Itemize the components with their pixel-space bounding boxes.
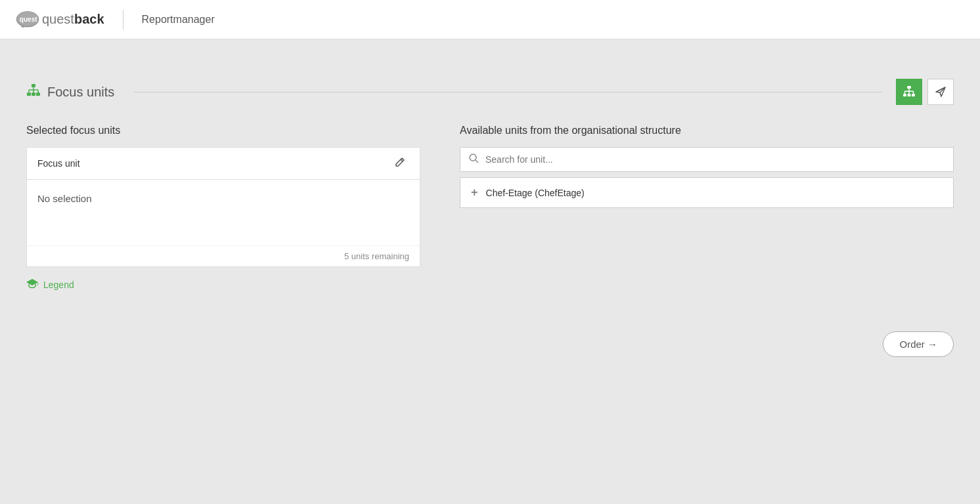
svg-rect-4 (27, 93, 31, 96)
selected-panel-body: No selection (27, 180, 420, 245)
legend-label: Legend (43, 280, 74, 290)
header-divider (123, 10, 123, 30)
svg-rect-12 (907, 86, 911, 89)
svg-rect-14 (908, 94, 911, 96)
legend-link[interactable]: Legend (26, 278, 420, 292)
svg-rect-13 (903, 94, 906, 96)
org-chart-button[interactable] (896, 79, 922, 105)
no-selection-text: No selection (37, 193, 92, 204)
questback-logo: quest questback (16, 10, 104, 29)
svg-rect-6 (36, 93, 40, 96)
selected-panel: Focus unit No selection 5 units remainin… (26, 147, 420, 267)
org-chart-btn-icon (902, 85, 916, 98)
order-btn-wrapper: Order → (26, 331, 954, 357)
logo-text: questback (42, 12, 104, 27)
search-box (460, 147, 954, 172)
svg-line-22 (401, 159, 403, 161)
svg-marker-23 (26, 279, 38, 285)
add-unit-button[interactable]: + (471, 186, 478, 200)
logo-container: quest questback Reportmanager (16, 10, 215, 30)
send-icon (935, 86, 947, 98)
order-label: Order → (899, 339, 937, 350)
app-header: quest questback Reportmanager (0, 0, 980, 39)
graduation-cap-icon (26, 278, 38, 289)
section-header: Focus units (26, 79, 954, 105)
svg-rect-15 (912, 94, 915, 96)
svg-rect-5 (32, 93, 35, 96)
right-col-title: Available units from the organisational … (460, 125, 954, 136)
main-content: Focus units (0, 39, 980, 383)
search-input[interactable] (485, 154, 945, 165)
two-col-layout: Selected focus units Focus unit No selec… (26, 125, 954, 292)
section-title-wrapper: Focus units (26, 83, 896, 101)
section-actions (896, 79, 954, 105)
section-line (134, 92, 883, 93)
svg-line-26 (476, 160, 478, 163)
svg-point-25 (470, 154, 476, 161)
column-header-label: Focus unit (37, 158, 80, 169)
selected-panel-header: Focus unit (27, 148, 420, 180)
selected-panel-footer: 5 units remaining (27, 245, 420, 266)
logo-icon: quest (16, 10, 39, 29)
remaining-text: 5 units remaining (344, 251, 409, 261)
order-button[interactable]: Order → (883, 331, 954, 357)
svg-rect-3 (32, 84, 35, 87)
right-column: Available units from the organisational … (460, 125, 954, 292)
legend-icon (26, 278, 38, 292)
svg-text:quest: quest (20, 15, 38, 22)
send-button[interactable] (927, 79, 954, 105)
edit-button[interactable] (391, 156, 409, 171)
left-col-title: Selected focus units (26, 125, 420, 136)
app-title: Reportmanager (142, 14, 215, 26)
org-chart-icon (26, 83, 41, 101)
unit-item[interactable]: + Chef-Etage (ChefEtage) (460, 177, 954, 208)
left-column: Selected focus units Focus unit No selec… (26, 125, 420, 292)
pencil-icon (395, 157, 405, 167)
section-title: Focus units (47, 85, 114, 100)
search-icon (468, 153, 479, 166)
unit-name: Chef-Etage (ChefEtage) (486, 188, 585, 198)
